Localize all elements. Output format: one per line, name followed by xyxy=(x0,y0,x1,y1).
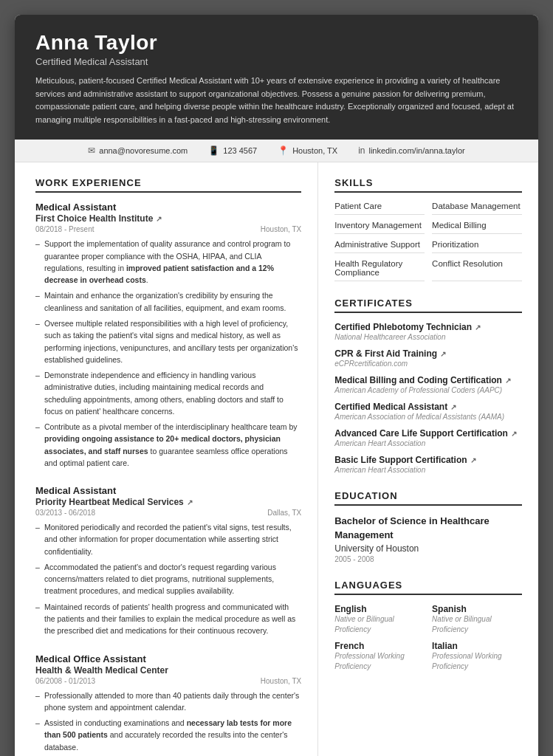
company-1: First Choice Health Institute ↗ xyxy=(35,213,301,224)
lang-item: French Professional Working Proficiency xyxy=(334,641,425,672)
lang-item: Spanish Native or Bilingual Proficiency xyxy=(432,604,522,635)
contact-phone: 📱 123 4567 xyxy=(208,145,257,156)
lang-item: Italian Professional Working Proficiency xyxy=(432,641,522,672)
skill-item: Inventory Management xyxy=(334,221,425,234)
cert-item: Certified Medical Assistant ↗ American A… xyxy=(334,402,522,421)
candidate-summary: Meticulous, patient-focused Certified Me… xyxy=(35,75,518,126)
skill-item: Prioritization xyxy=(432,240,522,253)
job-bullets-1: Support the implementation of quality as… xyxy=(35,238,301,469)
candidate-title: Certified Medical Assistant xyxy=(35,56,518,67)
company-2: Priority Heartbeat Medical Services ↗ xyxy=(35,497,301,507)
left-column: WORK EXPERIENCE Medical Assistant First … xyxy=(15,162,318,756)
skill-item: Medical Billing xyxy=(432,221,522,234)
job-item: Medical Assistant Priority Heartbeat Med… xyxy=(35,485,301,636)
work-experience-section: WORK EXPERIENCE Medical Assistant First … xyxy=(35,177,301,756)
bullet-item: Maintain and enhance the organization's … xyxy=(35,289,301,314)
contact-location: 📍 Houston, TX xyxy=(278,145,337,156)
job-title-3: Medical Office Assistant xyxy=(35,653,301,664)
external-link-icon[interactable]: ↗ xyxy=(511,430,517,438)
job-meta-2: 03/2013 - 06/2018 Dallas, TX xyxy=(35,509,301,517)
languages-grid: English Native or Bilingual Proficiency … xyxy=(334,604,522,672)
job-meta-1: 08/2018 - Present Houston, TX xyxy=(35,225,301,233)
job-bullets-2: Monitored periodically and recorded the … xyxy=(35,521,301,636)
external-link-icon[interactable]: ↗ xyxy=(440,350,446,358)
external-link-icon[interactable]: ↗ xyxy=(156,215,162,223)
bullet-item: Contribute as a pivotal member of the in… xyxy=(35,421,301,469)
skills-grid: Patient Care Database Management Invento… xyxy=(334,202,522,281)
job-item: Medical Office Assistant Health & Wealth… xyxy=(35,653,301,756)
location-icon: 📍 xyxy=(278,145,289,156)
skill-item: Administrative Support xyxy=(334,240,425,253)
bullet-item: Accommodated the patient's and doctor's … xyxy=(35,561,301,597)
job-bullets-3: Professionally attended to more than 40 … xyxy=(35,690,301,756)
edu-school: University of Houston xyxy=(334,543,522,554)
header-section: Anna Taylor Certified Medical Assistant … xyxy=(15,15,538,140)
edu-years: 2005 - 2008 xyxy=(334,555,522,563)
external-link-icon[interactable]: ↗ xyxy=(505,377,511,385)
right-column: SKILLS Patient Care Database Management … xyxy=(318,162,538,756)
skill-item: Conflict Resolution xyxy=(432,259,522,281)
company-3: Health & Wealth Medical Center xyxy=(35,665,301,676)
resume-page: Anna Taylor Certified Medical Assistant … xyxy=(15,15,538,756)
job-title-2: Medical Assistant xyxy=(35,485,301,496)
lang-item: English Native or Bilingual Proficiency xyxy=(334,604,425,635)
skills-title: SKILLS xyxy=(334,177,522,193)
external-link-icon[interactable]: ↗ xyxy=(475,323,481,331)
bullet-item: Demonstrate independence and efficiency … xyxy=(35,369,301,417)
external-link-icon[interactable]: ↗ xyxy=(450,403,456,411)
job-title-1: Medical Assistant xyxy=(35,202,301,213)
contact-linkedin[interactable]: in linkedin.com/in/anna.taylor xyxy=(358,145,465,156)
job-meta-3: 06/2008 - 01/2013 Houston, TX xyxy=(35,677,301,685)
external-link-icon[interactable]: ↗ xyxy=(470,456,476,464)
bullet-item: Oversee multiple related responsibilitie… xyxy=(35,317,301,365)
cert-item: Basic Life Support Certification ↗ Ameri… xyxy=(334,455,522,474)
cert-item: CPR & First Aid Training ↗ eCPRcertifica… xyxy=(334,348,522,368)
certificates-section: CERTIFICATES Certified Phlebotomy Techni… xyxy=(334,298,522,474)
certificates-title: CERTIFICATES xyxy=(334,298,522,313)
external-link-icon[interactable]: ↗ xyxy=(187,498,193,506)
education-title: EDUCATION xyxy=(334,490,522,506)
main-content: WORK EXPERIENCE Medical Assistant First … xyxy=(15,162,538,756)
languages-title: LANGUAGES xyxy=(334,580,522,595)
bullet-item: Support the implementation of quality as… xyxy=(35,238,301,286)
education-section: EDUCATION Bachelor of Science in Healthc… xyxy=(334,490,522,563)
skills-section: SKILLS Patient Care Database Management … xyxy=(334,177,522,281)
contact-bar: ✉ anna@novoresume.com 📱 123 4567 📍 Houst… xyxy=(15,140,538,162)
contact-email: ✉ anna@novoresume.com xyxy=(88,145,188,156)
work-experience-title: WORK EXPERIENCE xyxy=(35,177,301,193)
skill-item: Health Regulatory Compliance xyxy=(334,259,425,281)
bullet-item: Maintained records of patients' health p… xyxy=(35,601,301,637)
phone-icon: 📱 xyxy=(208,145,219,156)
cert-item: Certified Phlebotomy Technician ↗ Nation… xyxy=(334,322,522,341)
cert-item: Advanced Care Life Support Certification… xyxy=(334,428,522,447)
bullet-item: Monitored periodically and recorded the … xyxy=(35,521,301,557)
bullet-item: Assisted in conducting examinations and … xyxy=(35,717,301,753)
job-item: Medical Assistant First Choice Health In… xyxy=(35,202,301,469)
candidate-name: Anna Taylor xyxy=(35,31,518,55)
linkedin-icon: in xyxy=(358,145,365,156)
edu-degree: Bachelor of Science in Healthcare Manage… xyxy=(334,515,522,541)
skill-item: Patient Care xyxy=(334,202,425,215)
skill-item: Database Management xyxy=(432,202,522,215)
cert-item: Medical Billing and Coding Certification… xyxy=(334,375,522,394)
email-icon: ✉ xyxy=(88,145,95,156)
bullet-item: Professionally attended to more than 40 … xyxy=(35,690,301,714)
languages-section: LANGUAGES English Native or Bilingual Pr… xyxy=(334,580,522,672)
